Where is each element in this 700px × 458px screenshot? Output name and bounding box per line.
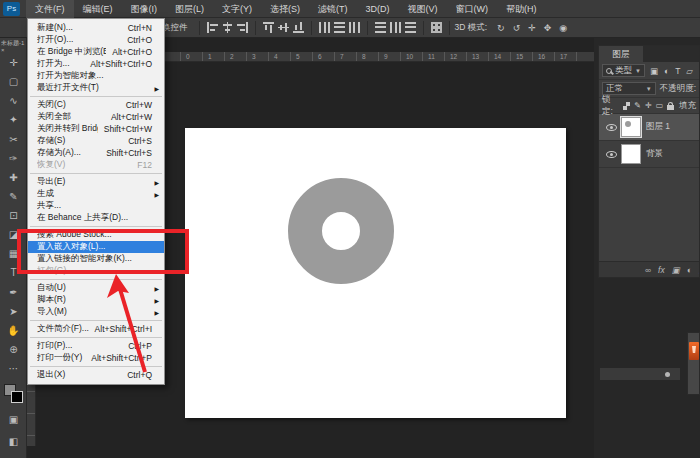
filter-type-dropdown[interactable]: 类型 ▼ [602, 64, 645, 77]
distribute-horizontal-icon[interactable] [319, 22, 330, 33]
file-menu-item[interactable]: 在 Behance 上共享(D)... [28, 212, 164, 224]
file-menu-item[interactable]: 新建(N)... Ctrl+N [28, 22, 164, 34]
align-center-vertical-icon[interactable] [278, 22, 289, 33]
filter-pixel-icon[interactable]: ▣ [650, 66, 658, 76]
ruler-number: 4 [274, 53, 278, 60]
layer-row[interactable]: 背景 [599, 141, 699, 168]
align-top-icon[interactable] [263, 22, 274, 33]
align-center-horizontal-icon[interactable] [222, 22, 233, 33]
file-menu-item[interactable]: 关闭全部 Alt+Ctrl+W [28, 111, 164, 123]
tool-button[interactable]: ✛ [0, 56, 27, 70]
search-icon [606, 68, 612, 74]
lock-all-icon[interactable] [667, 105, 674, 110]
3d-mode-icon[interactable]: ✥ [544, 23, 552, 33]
menu-bar-items: 文件(F)编辑(E)图像(I)图层(L)文字(Y)选择(S)滤镜(T)3D(D)… [26, 0, 546, 18]
align-bottom-icon[interactable] [293, 22, 304, 33]
ruler-number: 6 [318, 53, 322, 60]
menubar-item[interactable]: 编辑(E) [74, 0, 122, 18]
layer-thumbnail[interactable] [621, 117, 641, 137]
color-swatches[interactable] [4, 384, 23, 403]
distribute-top-icon[interactable] [375, 22, 386, 33]
distribute-bottom-icon[interactable] [405, 22, 416, 33]
file-menu-item[interactable]: 生成 [28, 188, 164, 200]
lock-position-icon[interactable]: ✛ [645, 101, 652, 110]
tool-button[interactable]: ✂ [0, 133, 27, 147]
tab-layers[interactable]: 图层 [599, 46, 643, 62]
lock-transparent-icon[interactable] [623, 102, 631, 110]
document-tab[interactable]: 未标题-1 × [1, 40, 26, 54]
align-right-icon[interactable] [237, 22, 248, 33]
tool-button[interactable]: ⊕ [0, 343, 27, 357]
tool-button[interactable]: ▢ [0, 75, 27, 89]
file-menu-item[interactable]: 存储为(A)... Shift+Ctrl+S [28, 147, 164, 159]
distribute-spacing-icon[interactable] [349, 22, 360, 33]
3d-mode-icon[interactable]: ◉ [559, 23, 567, 33]
chevron-down-icon: ▼ [635, 68, 641, 74]
tool-button[interactable]: ⊡ [0, 209, 27, 223]
menu-separator [30, 173, 162, 174]
menubar-item[interactable]: 视图(V) [399, 0, 447, 18]
3d-mode-icon[interactable]: ↺ [513, 23, 521, 33]
screen-mode-button[interactable]: ◧ [0, 436, 27, 447]
file-menu-item[interactable]: 恢复(V) F12 [28, 159, 164, 171]
file-menu-item[interactable]: 打开为... Alt+Shift+Ctrl+O [28, 58, 164, 70]
tab-close-icon[interactable]: × [1, 47, 26, 54]
file-menu-item[interactable]: 存储(S) Ctrl+S [28, 135, 164, 147]
menubar-item[interactable]: 帮助(H) [497, 0, 546, 18]
lock-artboard-icon[interactable]: ▭ [656, 101, 664, 110]
distribute-center-icon[interactable] [390, 22, 401, 33]
menubar-item[interactable]: 图层(L) [166, 0, 213, 18]
file-menu-item[interactable]: 最近打开文件(T) [28, 82, 164, 94]
tool-button[interactable]: ✦ [0, 113, 27, 127]
file-menu-item[interactable]: 关闭(C) Ctrl+W [28, 99, 164, 111]
tool-button[interactable]: ✑ [0, 152, 27, 166]
filter-shape-icon[interactable]: ▱ [686, 66, 693, 76]
panel-handle-dot [665, 372, 670, 377]
tool-button[interactable]: ✎ [0, 190, 27, 204]
3d-mode-icon[interactable]: ↻ [497, 23, 505, 33]
file-menu-item[interactable]: 共享... [28, 200, 164, 212]
filter-adjustment-icon[interactable]: ◐ [664, 66, 669, 76]
quick-mask-button[interactable]: ▣ [0, 414, 27, 425]
tool-button[interactable]: ✒ [0, 286, 27, 300]
auto-align-icon[interactable] [431, 22, 442, 33]
ruler-number: 12 [450, 53, 457, 60]
background-color-swatch[interactable] [11, 391, 23, 403]
file-menu-item[interactable]: 关闭并转到 Bridge... Shift+Ctrl+W [28, 123, 164, 135]
menubar-item[interactable]: 选择(S) [261, 0, 309, 18]
menubar-item[interactable]: 图像(I) [122, 0, 167, 18]
3d-mode-icon[interactable]: ✛ [528, 23, 536, 33]
lock-pixels-icon[interactable]: ✎ [634, 101, 641, 110]
ruler-number: 13 [472, 53, 479, 60]
tool-button[interactable]: ✚ [0, 171, 27, 185]
tool-button[interactable]: ✋ [0, 324, 27, 338]
panel-bottom-icon[interactable]: ▣ [672, 265, 680, 275]
file-menu-item[interactable]: 打开(O)... Ctrl+O [28, 34, 164, 46]
distribute-vertical-icon[interactable] [334, 22, 345, 33]
floating-panel-fragment[interactable] [687, 332, 700, 395]
panel-bottom-icon[interactable]: fx [658, 265, 665, 275]
menubar-item[interactable]: 滤镜(T) [309, 0, 357, 18]
file-menu-item[interactable]: 导出(E) [28, 176, 164, 188]
file-menu-item[interactable]: 打开为智能对象... [28, 70, 164, 82]
layer-thumbnail[interactable] [621, 144, 641, 164]
tool-button[interactable]: ⋯ [0, 362, 27, 376]
tool-button[interactable]: ∿ [0, 94, 27, 108]
document-canvas[interactable] [185, 128, 566, 418]
panel-bottom-icon[interactable]: ∞ [645, 265, 651, 275]
menu-bar: Ps 文件(F)编辑(E)图像(I)图层(L)文字(Y)选择(S)滤镜(T)3D… [0, 0, 700, 18]
panel-bottom-icon[interactable]: ◐ [687, 265, 692, 275]
visibility-eye-icon[interactable] [606, 124, 617, 131]
menubar-item[interactable]: 3D(D) [357, 0, 399, 18]
layers-panel-bottom-bar: ∞fx▣◐▦ [599, 261, 699, 277]
menubar-item[interactable]: 文件(F) [26, 0, 74, 18]
visibility-eye-icon[interactable] [606, 151, 617, 158]
align-left-icon[interactable] [207, 22, 218, 33]
filter-type-icon[interactable]: T [675, 66, 680, 76]
tool-button[interactable]: ➤ [0, 305, 27, 319]
layer-row[interactable]: 图层 1 [599, 114, 699, 141]
menubar-item[interactable]: 文字(Y) [213, 0, 261, 18]
menubar-item[interactable]: 窗口(W) [447, 0, 498, 18]
collapsed-panel-strip[interactable] [600, 368, 680, 380]
file-menu-item[interactable]: 在 Bridge 中浏览(B)... Alt+Ctrl+O [28, 46, 164, 58]
